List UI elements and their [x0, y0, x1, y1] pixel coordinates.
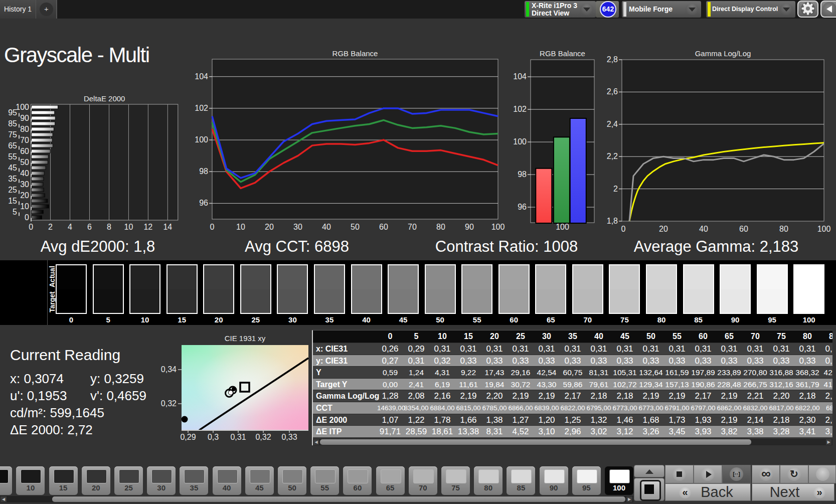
svg-text:15: 15: [8, 197, 17, 205]
svg-text:80: 80: [779, 225, 788, 233]
svg-text:96: 96: [518, 203, 527, 211]
svg-text:0,31: 0,31: [230, 433, 246, 441]
svg-text:5: 5: [13, 208, 17, 216]
svg-text:0: 0: [210, 223, 215, 231]
svg-text:100: 100: [513, 137, 527, 146]
svg-text:80: 80: [436, 223, 445, 231]
svg-text:98: 98: [199, 167, 208, 176]
svg-text:95: 95: [8, 108, 17, 117]
svg-text:0,32: 0,32: [161, 399, 177, 408]
svg-text:60: 60: [20, 147, 29, 155]
svg-text:90: 90: [20, 114, 29, 122]
svg-text:30: 30: [20, 180, 29, 189]
svg-text:70: 70: [20, 136, 29, 144]
svg-text:40: 40: [20, 169, 29, 178]
svg-text:4: 4: [68, 223, 72, 231]
svg-text:20: 20: [659, 225, 668, 233]
svg-text:100: 100: [556, 223, 569, 231]
svg-text:10: 10: [124, 223, 133, 231]
svg-text:50: 50: [20, 158, 29, 166]
svg-text:0,34: 0,34: [161, 365, 177, 374]
svg-text:25: 25: [8, 186, 17, 194]
svg-text:30: 30: [293, 223, 302, 231]
svg-text:DeltaE 2000: DeltaE 2000: [84, 94, 125, 103]
svg-text:35: 35: [8, 175, 17, 183]
svg-text:100: 100: [817, 225, 831, 233]
svg-text:65: 65: [8, 141, 17, 150]
svg-text:98: 98: [518, 170, 527, 179]
svg-text:90: 90: [465, 223, 474, 231]
svg-text:CIE 1931 xy: CIE 1931 xy: [225, 334, 266, 343]
svg-text:2: 2: [48, 223, 53, 231]
svg-text:40: 40: [699, 225, 708, 233]
svg-text:70: 70: [408, 223, 417, 231]
svg-text:100: 100: [491, 223, 505, 231]
svg-text:2,4: 2,4: [607, 120, 618, 128]
svg-text:60: 60: [739, 225, 748, 233]
svg-text:40: 40: [322, 223, 331, 231]
svg-text:Gamma Log/Log: Gamma Log/Log: [695, 49, 751, 58]
svg-text:80: 80: [20, 125, 29, 133]
svg-text:14: 14: [163, 223, 172, 231]
svg-text:0,29: 0,29: [180, 433, 196, 441]
svg-text:50: 50: [351, 223, 360, 231]
svg-text:85: 85: [8, 119, 17, 128]
svg-text:12: 12: [143, 223, 152, 231]
svg-text:RGB Balance: RGB Balance: [332, 49, 378, 58]
svg-text:0,32: 0,32: [255, 433, 271, 441]
svg-text:0: 0: [25, 213, 29, 222]
svg-text:100: 100: [195, 135, 208, 144]
svg-text:104: 104: [195, 72, 208, 81]
svg-text:45: 45: [8, 163, 17, 172]
svg-text:102: 102: [513, 105, 527, 113]
svg-text:10: 10: [236, 223, 245, 231]
svg-text:55: 55: [8, 152, 17, 161]
svg-text:2,6: 2,6: [607, 87, 618, 96]
svg-text:RGB Balance: RGB Balance: [540, 49, 585, 58]
svg-text:8: 8: [107, 223, 111, 231]
svg-text:96: 96: [199, 199, 208, 207]
svg-text:100: 100: [16, 103, 29, 111]
svg-text:104: 104: [513, 72, 527, 81]
svg-text:10: 10: [20, 202, 29, 211]
svg-text:0,3: 0,3: [208, 433, 219, 441]
svg-text:20: 20: [20, 191, 29, 200]
svg-text:0: 0: [621, 225, 626, 233]
svg-text:0,33: 0,33: [281, 433, 297, 441]
svg-text:0: 0: [29, 223, 33, 231]
svg-text:102: 102: [195, 104, 208, 112]
svg-text:2: 2: [613, 185, 618, 193]
svg-text:2,8: 2,8: [607, 55, 618, 64]
svg-text:75: 75: [8, 130, 17, 139]
svg-text:20: 20: [265, 223, 274, 231]
svg-text:60: 60: [379, 223, 388, 231]
svg-text:6: 6: [87, 223, 92, 231]
svg-text:2,2: 2,2: [607, 152, 618, 160]
svg-text:1,8: 1,8: [607, 217, 618, 225]
